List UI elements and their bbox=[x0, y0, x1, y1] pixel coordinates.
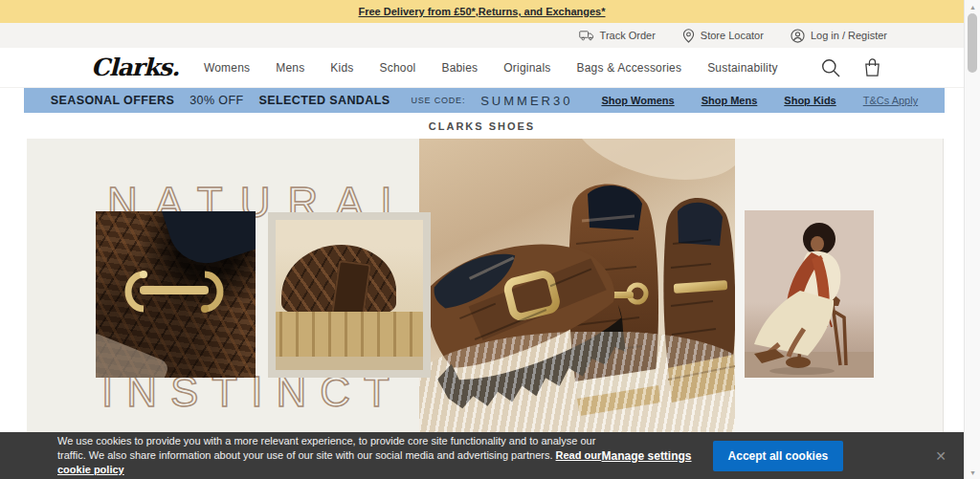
fabric-texture bbox=[419, 332, 735, 437]
loafer-insole-shape bbox=[159, 211, 256, 273]
scrollbar-thumb[interactable] bbox=[968, 13, 977, 73]
store-locator-label: Store Locator bbox=[701, 30, 764, 41]
promo-title: SEASONAL OFFERS bbox=[51, 94, 174, 107]
scroll-up-icon[interactable]: ▲ bbox=[965, 0, 980, 13]
user-icon bbox=[791, 29, 805, 43]
model-illustration bbox=[745, 210, 874, 378]
nav-items: Womens Mens Kids School Babies Originals… bbox=[204, 61, 778, 75]
login-register-link[interactable]: Log in / Register bbox=[791, 29, 887, 43]
search-icon[interactable] bbox=[821, 58, 840, 77]
page-title: CLARKS SHOES bbox=[0, 113, 964, 139]
truck-icon bbox=[579, 30, 594, 41]
nav-item-mens[interactable]: Mens bbox=[276, 61, 304, 75]
scrollbar[interactable]: ▲ ▼ bbox=[964, 0, 980, 479]
promo-target: SELECTED SANDALS bbox=[259, 94, 390, 107]
hero-banner[interactable]: NATURAL INSTINCT bbox=[27, 139, 944, 437]
nav-item-kids[interactable]: Kids bbox=[330, 61, 353, 75]
shop-mens-link[interactable]: Shop Mens bbox=[702, 95, 758, 106]
track-order-link[interactable]: Track Order bbox=[579, 30, 656, 41]
accept-all-cookies-button[interactable]: Accept all cookies bbox=[713, 441, 844, 471]
hero-main-shoes-image bbox=[419, 139, 735, 437]
nav-item-school[interactable]: School bbox=[380, 61, 416, 75]
free-delivery-banner: Free Delivery from £50*, Returns, and Ex… bbox=[0, 0, 964, 23]
nav-item-bags-accessories[interactable]: Bags & Accessories bbox=[576, 61, 681, 75]
creeper-shoe-image bbox=[268, 212, 431, 378]
bag-icon[interactable] bbox=[863, 57, 881, 77]
promo-offer: 30% OFF bbox=[189, 94, 243, 107]
creeper-ridged-sole-shape bbox=[272, 312, 427, 358]
utility-bar: Track Order Store Locator bbox=[0, 23, 964, 48]
returns-exchanges-link[interactable]: Returns, and Exchanges* bbox=[479, 6, 606, 17]
main-nav: Clarks. Womens Mens Kids School Babies O… bbox=[0, 48, 964, 88]
viewport: Free Delivery from £50*, Returns, and Ex… bbox=[0, 0, 980, 479]
clarks-logo[interactable]: Clarks. bbox=[91, 54, 179, 81]
cookie-message: We use cookies to provide you with a mor… bbox=[57, 434, 602, 477]
manage-settings-link[interactable]: Manage settings bbox=[602, 449, 692, 463]
shop-kids-link[interactable]: Shop Kids bbox=[784, 95, 835, 106]
free-delivery-link[interactable]: Free Delivery from £50* bbox=[358, 6, 475, 17]
loafer-closeup-image bbox=[96, 211, 256, 378]
promo-bar: SEASONAL OFFERS 30% OFF SELECTED SANDALS… bbox=[24, 88, 945, 113]
close-icon[interactable]: ✕ bbox=[935, 448, 947, 464]
scroll-down-icon[interactable]: ▼ bbox=[965, 466, 980, 479]
page: Free Delivery from £50*, Returns, and Ex… bbox=[0, 0, 964, 437]
model-photo bbox=[745, 210, 874, 378]
nav-item-babies[interactable]: Babies bbox=[441, 61, 478, 75]
nav-item-originals[interactable]: Originals bbox=[503, 61, 550, 75]
promo-use-code-label: USE CODE: bbox=[411, 96, 465, 105]
loafer-sole-shape bbox=[96, 331, 170, 378]
shop-womens-link[interactable]: Shop Womens bbox=[601, 95, 674, 106]
cookie-banner: We use cookies to provide you with a mor… bbox=[0, 432, 964, 479]
nav-item-sustainability[interactable]: Sustainability bbox=[707, 61, 778, 75]
nav-item-womens[interactable]: Womens bbox=[204, 61, 250, 75]
tcs-apply-link[interactable]: T&Cs Apply bbox=[863, 95, 918, 106]
store-locator-link[interactable]: Store Locator bbox=[682, 29, 764, 43]
login-register-label: Log in / Register bbox=[811, 30, 887, 41]
cookie-message-text: We use cookies to provide you with a mor… bbox=[57, 435, 595, 461]
nav-icons bbox=[821, 57, 881, 77]
creeper-floor-shape bbox=[276, 357, 423, 370]
track-order-label: Track Order bbox=[600, 30, 656, 41]
location-pin-icon bbox=[682, 29, 695, 43]
gold-chain-detail bbox=[117, 267, 232, 316]
promo-code: SUMMER30 bbox=[480, 94, 572, 108]
